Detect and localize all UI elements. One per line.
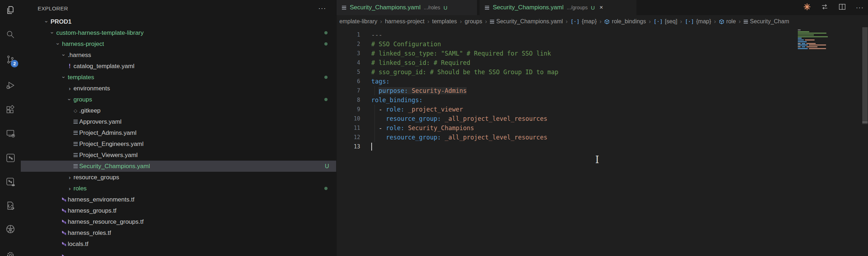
yaml-file-icon bbox=[73, 153, 78, 157]
git-changes-dot bbox=[324, 31, 328, 34]
code-line: 4# linked_sso_id: # Required bbox=[337, 58, 862, 67]
code-line: 10 resource_group: _all_project_level_re… bbox=[337, 114, 862, 123]
tree-item-project-admins-yaml[interactable]: Project_Admins.yaml bbox=[21, 127, 336, 138]
vertical-scrollbar[interactable] bbox=[862, 15, 868, 256]
breadcrumb-item-role[interactable]: role bbox=[719, 18, 736, 25]
text-caret bbox=[371, 143, 372, 151]
tree-item-locals-tf[interactable]: locals.tf bbox=[21, 238, 336, 250]
close-icon[interactable]: × bbox=[600, 4, 603, 11]
git-changes-dot bbox=[324, 42, 328, 46]
breadcrumb-item-map[interactable]: [·] {map} bbox=[571, 18, 597, 25]
symbol-cube-icon bbox=[719, 19, 724, 24]
code-line: 2# SSO Configuration bbox=[337, 39, 862, 49]
tree-item-templates[interactable]: templates bbox=[21, 72, 336, 83]
terraform-icon[interactable] bbox=[2, 149, 19, 166]
terraform-cloud-icon[interactable] bbox=[2, 173, 19, 190]
tree-item-partial[interactable] bbox=[21, 251, 336, 256]
tree-item-prod1[interactable]: PROD1 bbox=[21, 16, 336, 27]
tree-item-project-viewers-yaml[interactable]: Project_Viewers.yaml bbox=[21, 150, 336, 161]
code-line: 8role_bindings: bbox=[337, 95, 862, 105]
tree-item-harness-folder[interactable]: .harness bbox=[21, 49, 336, 61]
open-changes-icon[interactable] bbox=[821, 3, 829, 12]
terraform-file-icon bbox=[60, 197, 68, 203]
git-untracked-badge: U bbox=[443, 5, 447, 11]
breadcrumb-item[interactable]: emplate-library bbox=[339, 18, 377, 25]
code-line: 12 resource_group: _all_project_level_re… bbox=[337, 133, 862, 142]
extensions-icon[interactable] bbox=[2, 101, 19, 118]
explorer-sidebar: EXPLORER ··· PROD1 custom-harness-templa… bbox=[21, 0, 336, 256]
tree-item-catalog-template[interactable]: ! catalog_template.yaml bbox=[21, 61, 336, 72]
yaml-file-icon bbox=[342, 6, 346, 10]
breadcrumb-item-seq[interactable]: [·] [seq] bbox=[654, 18, 677, 25]
tree-item-security-champions-yaml[interactable]: Security_Champions.yaml U bbox=[21, 161, 336, 172]
more-actions-icon[interactable]: ··· bbox=[856, 4, 864, 11]
chevron-right-icon[interactable] bbox=[66, 85, 73, 91]
mouse-ibeam-cursor: I bbox=[595, 154, 599, 165]
chevron-down-icon[interactable] bbox=[60, 52, 68, 58]
yaml-file-icon bbox=[485, 6, 489, 10]
chevron-down-icon[interactable] bbox=[60, 74, 68, 80]
tree-item-custom-harness-template-library[interactable]: custom-harness-template-library bbox=[21, 27, 336, 38]
chevron-down-icon[interactable] bbox=[49, 30, 56, 36]
yaml-file-icon bbox=[73, 164, 78, 168]
settings-gear-icon[interactable] bbox=[2, 247, 19, 256]
breadcrumb-item[interactable]: templates bbox=[432, 18, 457, 25]
run-debug-icon[interactable] bbox=[2, 77, 19, 94]
tree-item-roles[interactable]: roles bbox=[21, 183, 336, 194]
symbol-array-icon: [·] bbox=[654, 19, 663, 24]
git-changes-dot bbox=[324, 76, 328, 79]
tree-item-resource-groups[interactable]: resource_groups bbox=[21, 172, 336, 183]
tab-security-champions-roles[interactable]: Security_Champions.yaml .../roles U bbox=[337, 0, 477, 15]
code-line: 3# linked_sso_type: "SAML" # Required fo… bbox=[337, 49, 862, 58]
tree-item-harness-environments-tf[interactable]: harness_environments.tf bbox=[21, 194, 336, 205]
yaml-file-icon bbox=[490, 20, 494, 24]
explorer-more-actions-icon[interactable]: ··· bbox=[318, 4, 326, 12]
breadcrumb-item[interactable]: groups bbox=[464, 18, 482, 25]
tree-item-harness-roles-tf[interactable]: harness_roles.tf bbox=[21, 227, 336, 238]
editor-actions: ··· bbox=[803, 0, 864, 15]
tree-item-gitkeep[interactable]: ◇ .gitkeep bbox=[21, 105, 336, 116]
scm-badge: 2 bbox=[11, 60, 18, 67]
split-editor-icon[interactable] bbox=[838, 3, 846, 12]
breadcrumb-item-value[interactable]: Security_Cham bbox=[744, 18, 789, 25]
code-editor[interactable]: 1--- 2# SSO Configuration 3# linked_sso_… bbox=[337, 28, 862, 256]
code-line: 1--- bbox=[337, 30, 862, 39]
source-control-icon[interactable]: 2 bbox=[2, 51, 19, 68]
minimap[interactable] bbox=[798, 29, 859, 49]
dev-tools-file-icon[interactable] bbox=[2, 197, 19, 214]
tab-bar: Security_Champions.yaml .../roles U Secu… bbox=[337, 0, 868, 15]
tree-item-harness-resource-groups-tf[interactable]: harness_resource_groups.tf bbox=[21, 216, 336, 227]
scrollbar-slider[interactable] bbox=[862, 27, 868, 124]
tree-item-project-engineers-yaml[interactable]: Project_Engineers.yaml bbox=[21, 138, 336, 150]
tree-item-approvers-yaml[interactable]: Approvers.yaml bbox=[21, 116, 336, 127]
git-changes-dot bbox=[324, 187, 328, 190]
chevron-down-icon[interactable] bbox=[66, 96, 73, 103]
kubernetes-icon[interactable] bbox=[2, 221, 19, 238]
breadcrumb-item-role-bindings[interactable]: role_bindings bbox=[604, 18, 646, 25]
tree-item-groups[interactable]: groups bbox=[21, 94, 336, 105]
chevron-down-icon[interactable] bbox=[54, 41, 62, 47]
chevron-right-icon[interactable] bbox=[66, 174, 73, 180]
breadcrumb: emplate-library › harness-project › temp… bbox=[337, 15, 861, 28]
chevron-right-icon[interactable] bbox=[66, 185, 73, 191]
tab-security-champions-groups-active[interactable]: Security_Champions.yaml .../groups U × bbox=[480, 0, 636, 15]
yaml-file-icon bbox=[73, 131, 78, 135]
symbol-object-icon: [·] bbox=[571, 19, 580, 24]
code-line: 5# sso_group_id: # Should be the SSO Gro… bbox=[337, 67, 862, 77]
tree-item-environments[interactable]: environments bbox=[21, 83, 336, 94]
remote-explorer-icon[interactable] bbox=[2, 125, 19, 142]
breadcrumb-item[interactable]: harness-project bbox=[385, 18, 424, 25]
search-icon[interactable] bbox=[2, 26, 19, 43]
extension-starburst-icon[interactable] bbox=[803, 3, 811, 12]
code-line: 9 - role: _project_viewer bbox=[337, 105, 862, 114]
terraform-file-icon bbox=[60, 219, 68, 225]
git-changes-dot bbox=[324, 98, 328, 101]
explorer-icon[interactable] bbox=[2, 1, 19, 19]
vscode-window: 2 EXPLORER ··· bbox=[0, 0, 868, 256]
tree-item-harness-groups-tf[interactable]: harness_groups.tf bbox=[21, 205, 336, 216]
chevron-down-icon[interactable] bbox=[43, 19, 51, 25]
tree-item-harness-project[interactable]: harness-project bbox=[21, 38, 336, 49]
breadcrumb-item-file[interactable]: Security_Champions.yaml bbox=[490, 18, 563, 25]
terraform-file-icon bbox=[60, 241, 68, 247]
breadcrumb-item-map[interactable]: [·] {map} bbox=[685, 18, 711, 25]
